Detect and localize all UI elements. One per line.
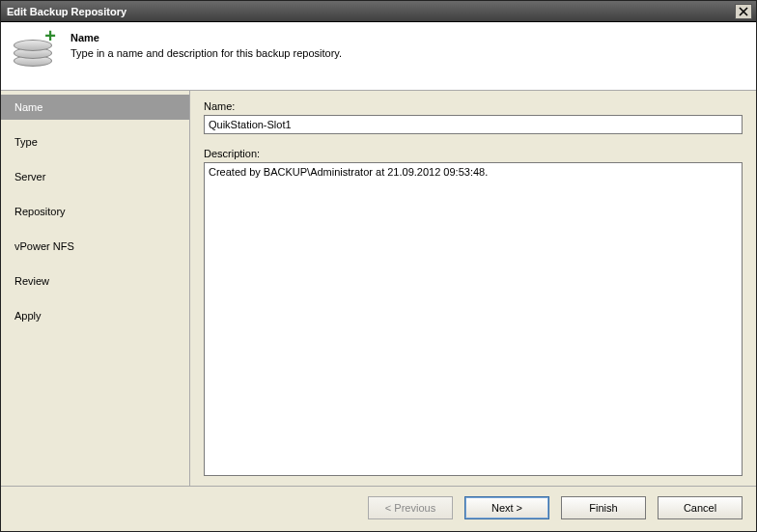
description-label: Description: bbox=[204, 148, 743, 159]
previous-button[interactable]: < Previous bbox=[368, 496, 453, 519]
header-subtitle: Type in a name and description for this … bbox=[70, 47, 342, 59]
sidebar-item-vpower-nfs[interactable]: vPower NFS bbox=[1, 234, 189, 259]
sidebar-item-label: Name bbox=[14, 101, 42, 113]
sidebar-item-type[interactable]: Type bbox=[1, 129, 189, 154]
header-text: Name Type in a name and description for … bbox=[70, 30, 342, 76]
description-textarea[interactable]: Created by BACKUP\Administrator at 21.09… bbox=[204, 162, 743, 476]
sidebar-item-label: Type bbox=[14, 136, 38, 148]
wizard-footer: < Previous Next > Finish Cancel bbox=[1, 486, 756, 531]
sidebar-item-label: Review bbox=[14, 275, 49, 287]
close-button[interactable] bbox=[735, 4, 752, 19]
sidebar-item-server[interactable]: Server bbox=[1, 164, 189, 189]
repository-icon: + bbox=[11, 30, 57, 76]
sidebar-item-apply[interactable]: Apply bbox=[1, 303, 189, 328]
name-input[interactable] bbox=[204, 115, 743, 134]
sidebar-item-label: Apply bbox=[14, 310, 42, 322]
close-icon bbox=[739, 7, 748, 16]
window-title: Edit Backup Repository bbox=[7, 6, 735, 17]
sidebar-item-label: Server bbox=[14, 171, 45, 182]
name-label: Name: bbox=[204, 100, 743, 112]
cancel-button[interactable]: Cancel bbox=[658, 496, 743, 519]
next-button[interactable]: Next > bbox=[464, 496, 549, 519]
sidebar-item-label: Repository bbox=[14, 206, 66, 217]
sidebar-item-label: vPower NFS bbox=[14, 240, 74, 252]
title-bar: Edit Backup Repository bbox=[1, 1, 756, 22]
plus-icon: + bbox=[42, 28, 59, 45]
finish-button[interactable]: Finish bbox=[561, 496, 646, 519]
sidebar-item-review[interactable]: Review bbox=[1, 268, 189, 294]
sidebar-item-repository[interactable]: Repository bbox=[1, 199, 189, 224]
header-title: Name bbox=[70, 32, 342, 43]
wizard-body: Name Type Server Repository vPower NFS R… bbox=[1, 91, 756, 486]
dialog-window: Edit Backup Repository + Name Type in a … bbox=[0, 0, 757, 532]
wizard-main-panel: Name: Description: Created by BACKUP\Adm… bbox=[190, 91, 756, 486]
wizard-header: + Name Type in a name and description fo… bbox=[1, 22, 756, 91]
sidebar-item-name[interactable]: Name bbox=[1, 95, 189, 120]
wizard-steps-sidebar: Name Type Server Repository vPower NFS R… bbox=[1, 91, 190, 486]
